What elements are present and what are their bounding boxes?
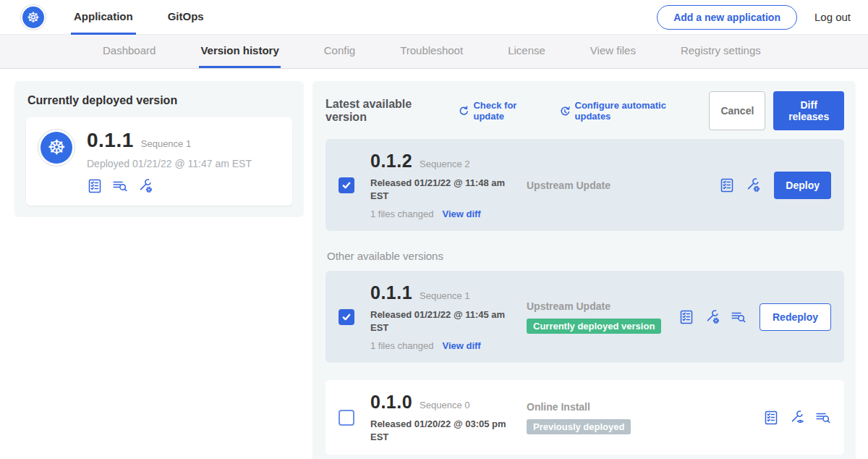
other-versions-title: Other available versions	[327, 250, 844, 262]
admin-console: ☸ Application GitOps Add a new applicati…	[0, 0, 868, 459]
edit-config-icon[interactable]	[705, 309, 720, 325]
kubernetes-logo-icon: ☸	[22, 7, 44, 28]
version-checkbox[interactable]	[339, 410, 354, 426]
version-source: Upstream Update Currently deployed versi…	[524, 300, 678, 334]
deploy-button[interactable]: Deploy	[774, 172, 831, 199]
deployed-sequence-label: Sequence 1	[141, 138, 191, 149]
add-application-button[interactable]: Add a new application	[657, 5, 797, 30]
version-checkbox[interactable]	[339, 309, 354, 325]
refresh-icon	[458, 105, 469, 117]
currently-deployed-badge: Currently deployed version	[527, 319, 661, 334]
check-for-update-link[interactable]: Check for update	[458, 100, 543, 122]
cancel-button[interactable]: Cancel	[709, 91, 765, 130]
version-actions	[763, 410, 831, 426]
version-info: 0.1.2 Sequence 2 Released 01/21/22 @ 11:…	[370, 151, 524, 219]
source-label: Online Install	[527, 401, 763, 413]
deployed-card-title: Currently deployed version	[27, 94, 292, 107]
view-diff-link[interactable]: View diff	[442, 209, 480, 219]
subnav-registry-settings[interactable]: Registry settings	[679, 35, 762, 68]
view-diff-link[interactable]: View diff	[442, 340, 480, 351]
app-logo: ☸	[38, 129, 75, 167]
configure-updates-label: Configure automatic updates	[575, 100, 694, 122]
deployed-action-icons	[87, 178, 252, 194]
version-history-panel: Latest available version Check for updat…	[312, 81, 856, 459]
files-changed-label: 1 files changed	[370, 340, 433, 351]
released-timestamp: Released 01/21/22 @ 11:45 am EST	[370, 308, 509, 334]
deployed-version-card: ☸ 0.1.1 Sequence 1 Deployed 01/21/22 @ 1…	[26, 117, 292, 206]
tab-gitops[interactable]: GitOps	[165, 0, 207, 35]
sequence-label: Sequence 0	[420, 400, 469, 410]
deploy-logs-icon[interactable]	[112, 178, 128, 194]
auto-update-clock-icon	[559, 105, 570, 117]
files-changed-label: 1 files changed	[370, 209, 433, 219]
version-checkbox[interactable]	[339, 177, 354, 193]
version-row-0-1-0: 0.1.0 Sequence 0 Released 01/20/22 @ 03:…	[326, 380, 844, 455]
version-source: Upstream Update	[524, 180, 719, 191]
source-label: Upstream Update	[527, 180, 719, 191]
version-info: 0.1.0 Sequence 0 Released 01/20/22 @ 03:…	[370, 392, 524, 443]
subnav-dashboard[interactable]: Dashboard	[101, 35, 157, 68]
version-actions: Redeploy	[678, 303, 831, 331]
main-content: Currently deployed version ☸ 0.1.1 Seque…	[0, 69, 868, 459]
preflight-checks-icon[interactable]	[87, 178, 103, 194]
deployed-timestamp: Deployed 01/21/22 @ 11:47 am EST	[87, 158, 252, 169]
deployed-version-info: 0.1.1 Sequence 1 Deployed 01/21/22 @ 11:…	[87, 129, 252, 194]
version-actions: Deploy	[719, 172, 831, 199]
header-actions: Cancel Diff releases	[709, 91, 844, 130]
version-number: 0.1.0	[370, 392, 412, 413]
view-config-icon[interactable]	[789, 410, 805, 426]
released-timestamp: Released 01/21/22 @ 11:48 am EST	[370, 177, 509, 202]
preflight-checks-icon[interactable]	[678, 309, 694, 325]
latest-version-title: Latest available version	[326, 98, 445, 124]
latest-version-header: Latest available version Check for updat…	[326, 91, 844, 130]
currently-deployed-card: Currently deployed version ☸ 0.1.1 Seque…	[14, 81, 304, 217]
configure-updates-link[interactable]: Configure automatic updates	[559, 100, 693, 122]
preflight-checks-icon[interactable]	[763, 410, 779, 426]
subnav-version-history[interactable]: Version history	[199, 35, 280, 68]
released-timestamp: Released 01/20/22 @ 03:05 pm EST	[370, 418, 509, 443]
source-label: Upstream Update	[527, 300, 678, 312]
logout-link[interactable]: Log out	[814, 11, 851, 23]
top-nav: ☸ Application GitOps Add a new applicati…	[0, 0, 868, 35]
kubernetes-logo-icon: ☸	[41, 132, 72, 164]
app-logo: ☸	[20, 4, 46, 30]
deploy-logs-icon[interactable]	[815, 410, 831, 426]
row-spacer	[326, 363, 844, 380]
sequence-label: Sequence 2	[420, 159, 469, 169]
version-row-0-1-2: 0.1.2 Sequence 2 Released 01/21/22 @ 11:…	[326, 139, 844, 231]
edit-config-icon[interactable]	[745, 177, 761, 193]
deployed-version-number: 0.1.1	[87, 129, 134, 152]
checkmark-icon	[341, 180, 352, 190]
version-number: 0.1.2	[370, 151, 412, 172]
subnav-license[interactable]: License	[506, 35, 547, 68]
version-source: Online Install Previously deployed	[524, 401, 763, 434]
tab-application[interactable]: Application	[71, 0, 136, 35]
checkmark-icon	[341, 312, 352, 322]
subnav-config[interactable]: Config	[323, 35, 357, 68]
app-subnav: Dashboard Version history Config Trouble…	[0, 35, 868, 69]
version-row-0-1-1: 0.1.1 Sequence 1 Released 01/21/22 @ 11:…	[326, 271, 844, 363]
subnav-view-files[interactable]: View files	[589, 35, 637, 68]
previously-deployed-badge: Previously deployed	[527, 419, 631, 434]
edit-config-icon[interactable]	[137, 178, 153, 194]
preflight-checks-icon[interactable]	[719, 177, 735, 193]
top-nav-right: Add a new application Log out	[657, 5, 851, 30]
version-info: 0.1.1 Sequence 1 Released 01/21/22 @ 11:…	[370, 282, 524, 351]
subnav-troubleshoot[interactable]: Troubleshoot	[399, 35, 464, 68]
version-number: 0.1.1	[370, 282, 412, 303]
diff-releases-button[interactable]: Diff releases	[773, 91, 844, 130]
check-for-update-label: Check for update	[473, 100, 543, 122]
redeploy-button[interactable]: Redeploy	[760, 303, 831, 331]
deploy-logs-icon[interactable]	[731, 309, 746, 325]
sequence-label: Sequence 1	[420, 290, 469, 301]
top-tabs: Application GitOps	[71, 0, 236, 35]
